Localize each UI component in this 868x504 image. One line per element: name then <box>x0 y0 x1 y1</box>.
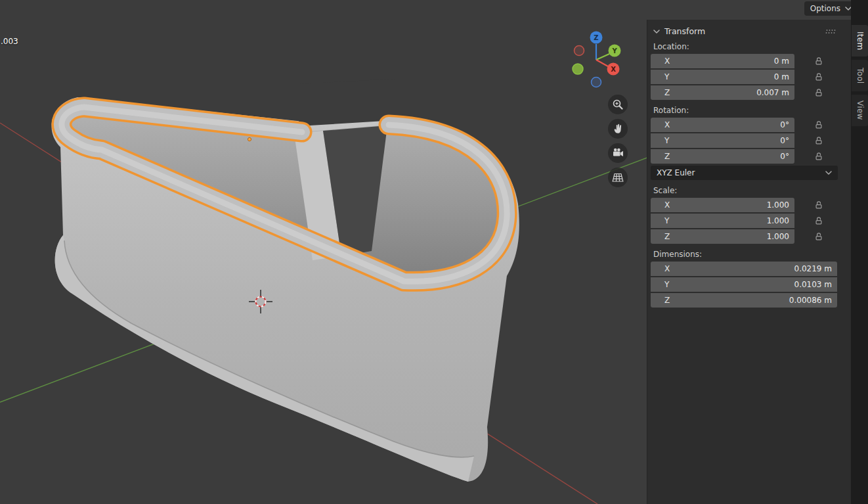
gizmo-z-label: Z <box>594 34 598 41</box>
axis-label: Z <box>664 296 674 305</box>
gizmo-x-ball[interactable]: X <box>607 63 620 76</box>
rotation-mode-dropdown[interactable]: XYZ Euler <box>651 166 838 180</box>
padlock-open-icon[interactable] <box>812 118 826 132</box>
drag-handle-icon[interactable] <box>825 29 836 34</box>
table-row: X 1.000 <box>651 198 837 212</box>
field-value: 0° <box>780 136 789 145</box>
field-value: 0 m <box>774 72 789 81</box>
table-row: Y 0 m <box>651 70 837 84</box>
axis-label: Z <box>664 88 674 97</box>
axis-label: X <box>664 200 674 210</box>
table-row: X 0 m <box>651 54 837 68</box>
options-button[interactable]: Options <box>804 1 857 16</box>
axis-label: Z <box>664 152 674 161</box>
rotation-y-field[interactable]: Y 0° <box>651 133 794 148</box>
gizmo-neg-x-ball[interactable] <box>575 46 584 56</box>
object-origin-dot <box>248 137 251 141</box>
axis-label: Y <box>664 72 674 81</box>
field-value: 1.000 <box>767 200 789 210</box>
table-row: Y 0° <box>651 133 837 148</box>
gizmo-neg-y-ball[interactable] <box>573 64 583 74</box>
pan-hand-icon[interactable] <box>608 119 628 139</box>
dimensions-z-field[interactable]: Z 0.00086 m <box>651 293 837 308</box>
tab-view[interactable]: View <box>852 95 868 126</box>
padlock-open-icon[interactable] <box>812 133 826 148</box>
field-value: 1.000 <box>767 232 789 241</box>
n-panel: Transform Location: X 0 m Y 0 m Z 0.007 … <box>647 20 851 504</box>
scale-x-field[interactable]: X 1.000 <box>651 198 794 212</box>
rotation-rows: X 0° Y 0° Z 0° <box>651 118 837 164</box>
active-object-name: .003 <box>1 37 18 46</box>
padlock-open-icon[interactable] <box>812 85 826 100</box>
gizmo-y-ball[interactable]: Y <box>609 45 621 57</box>
field-value: 0.0103 m <box>794 280 833 289</box>
camera-view-icon[interactable] <box>608 143 628 163</box>
location-label: Location: <box>653 42 837 51</box>
padlock-open-icon[interactable] <box>812 70 826 84</box>
axis-label: X <box>664 57 674 66</box>
panel-title: Transform <box>664 26 705 36</box>
location-y-field[interactable]: Y 0 m <box>651 70 794 84</box>
rotation-label: Rotation: <box>653 106 837 115</box>
dimensions-label: Dimensions: <box>653 250 837 259</box>
dimensions-rows: X 0.0219 m Y 0.0103 m Z 0.00086 m <box>651 262 837 308</box>
rotation-z-field[interactable]: Z 0° <box>651 149 794 164</box>
tab-item[interactable]: Item <box>852 25 868 57</box>
sidebar-tab-strip: Item Tool View <box>851 0 868 504</box>
mesh-object[interactable] <box>51 79 519 482</box>
axis-label: Y <box>664 216 674 225</box>
axis-label: X <box>664 264 674 273</box>
table-row: X 0° <box>651 118 837 132</box>
location-rows: X 0 m Y 0 m Z 0.007 m <box>651 54 837 100</box>
axis-label: Z <box>664 232 674 241</box>
padlock-open-icon[interactable] <box>812 229 826 244</box>
scale-y-field[interactable]: Y 1.000 <box>651 214 794 228</box>
padlock-open-icon[interactable] <box>812 198 826 212</box>
zoom-icon[interactable] <box>608 95 628 114</box>
padlock-open-icon[interactable] <box>812 149 826 164</box>
axis-label: Y <box>664 136 674 145</box>
padlock-open-icon[interactable] <box>812 214 826 228</box>
gizmo-x-label: X <box>611 66 616 73</box>
padlock-open-icon[interactable] <box>812 54 826 68</box>
gizmo-z-ball[interactable]: Z <box>590 32 603 44</box>
nav-gizmo[interactable]: Z Y X <box>573 32 621 87</box>
gizmo-neg-z-ball[interactable] <box>592 78 601 87</box>
viewport-tools[interactable] <box>608 95 628 187</box>
axis-label: Y <box>664 280 674 289</box>
transform-panel-header[interactable]: Transform <box>653 26 837 36</box>
field-value: 0.00086 m <box>789 296 832 305</box>
options-button-label: Options <box>810 4 840 13</box>
table-row: X 0.0219 m <box>651 262 837 276</box>
field-value: 1.000 <box>767 216 789 225</box>
tab-tool[interactable]: Tool <box>852 60 868 91</box>
table-row: Y 1.000 <box>651 214 837 228</box>
gizmo-y-label: Y <box>611 47 617 55</box>
rotation-x-field[interactable]: X 0° <box>651 118 794 132</box>
table-row: Z 0° <box>651 149 837 164</box>
axis-label: X <box>664 120 674 129</box>
scale-z-field[interactable]: Z 1.000 <box>651 229 794 244</box>
scale-rows: X 1.000 Y 1.000 Z 1.000 <box>651 198 837 244</box>
table-row: Z 1.000 <box>651 229 837 244</box>
rotation-mode-value: XYZ Euler <box>657 168 695 177</box>
scale-label: Scale: <box>653 186 837 195</box>
location-x-field[interactable]: X 0 m <box>651 54 794 68</box>
field-value: 0.007 m <box>756 88 789 97</box>
chevron-down-icon <box>653 30 660 34</box>
chevron-down-icon <box>825 171 832 175</box>
table-row: Z 0.007 m <box>651 85 837 100</box>
location-z-field[interactable]: Z 0.007 m <box>651 85 794 100</box>
field-value: 0.0219 m <box>794 264 833 273</box>
orthographic-grid-icon[interactable] <box>608 168 628 187</box>
table-row: Z 0.00086 m <box>651 293 837 308</box>
table-row: Y 0.0103 m <box>651 277 837 292</box>
field-value: 0 m <box>774 57 789 66</box>
field-value: 0° <box>780 152 789 161</box>
dimensions-x-field[interactable]: X 0.0219 m <box>651 262 837 276</box>
dimensions-y-field[interactable]: Y 0.0103 m <box>651 277 837 292</box>
field-value: 0° <box>780 120 789 129</box>
